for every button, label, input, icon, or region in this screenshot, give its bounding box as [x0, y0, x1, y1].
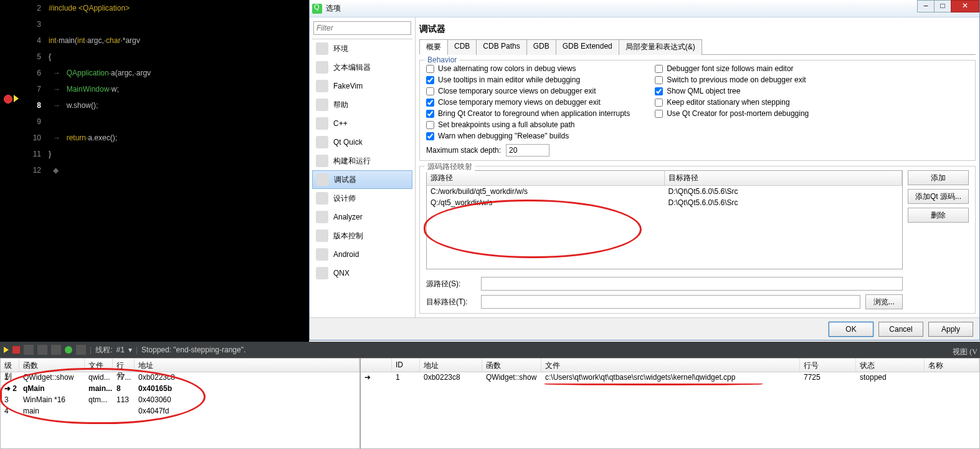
- category-icon: [316, 42, 328, 55]
- step-over-icon[interactable]: [24, 345, 34, 355]
- checkbox-option[interactable]: Switch to previous mode on debugger exit: [655, 75, 809, 84]
- checkbox-option[interactable]: Show QML object tree: [655, 87, 809, 95]
- category-item[interactable]: 环境: [312, 39, 412, 58]
- add-qt-source-button[interactable]: 添加Qt 源码...: [908, 189, 969, 204]
- checkbox-option[interactable]: Warn when debugging "Release" builds: [426, 132, 630, 140]
- category-item[interactable]: 帮助: [312, 95, 412, 114]
- source-path-input[interactable]: [481, 277, 903, 291]
- filter-input[interactable]: [313, 21, 411, 35]
- maximize-button[interactable]: □: [934, 0, 951, 12]
- checkbox-option[interactable]: Use tooltips in main editor while debugg…: [426, 75, 630, 84]
- mapping-row[interactable]: Q:/qt5_workdir/w/sD:\Qt\Qt5.6.0\5.6\Src: [427, 197, 902, 208]
- category-icon: [316, 136, 328, 148]
- category-item[interactable]: C++: [312, 114, 412, 133]
- checkbox-option[interactable]: Keep editor stationary when stepping: [655, 98, 809, 107]
- tab[interactable]: GDB: [526, 39, 556, 55]
- code-editor: 23456789101112 #include <QApplication> i…: [0, 0, 309, 342]
- qt-icon: [312, 4, 322, 14]
- continue-icon[interactable]: [4, 347, 9, 353]
- breakpoint-icon[interactable]: [4, 95, 12, 104]
- line-gutter: 23456789101112: [0, 0, 49, 342]
- stack-frames-pane[interactable]: 级别函数文件行号地址 1QWidget::showqwid...77...0xb…: [0, 358, 360, 449]
- category-item[interactable]: Analyzer: [312, 208, 412, 226]
- cancel-button[interactable]: Cancel: [878, 322, 923, 337]
- category-item[interactable]: 文本编辑器: [312, 58, 412, 77]
- options-dialog: 选项 – □ ✕ 环境文本编辑器FakeVim帮助C++Qt Quick构建和运…: [309, 0, 980, 340]
- category-item[interactable]: 设计师: [312, 189, 412, 208]
- dialog-titlebar[interactable]: 选项 – □ ✕: [310, 0, 979, 17]
- step-out-icon[interactable]: [51, 345, 61, 355]
- stop-icon[interactable]: [12, 346, 20, 354]
- mapping-table[interactable]: 源路径目标路径 C:/work/build/qt5_workdir/w/sD:\…: [426, 170, 903, 269]
- pane-title: 调试器: [419, 21, 976, 39]
- close-button[interactable]: ✕: [951, 0, 979, 12]
- checkbox-option[interactable]: Set breakpoints using a full absolute pa…: [426, 120, 630, 129]
- tab[interactable]: GDB Extended: [556, 39, 619, 55]
- thread-value[interactable]: #1: [116, 345, 124, 354]
- stack-row[interactable]: ➜ 2qMainmain...80x40165b: [1, 384, 359, 395]
- checkbox-option[interactable]: Close temporary source views on debugger…: [426, 87, 630, 95]
- category-item[interactable]: QNX: [312, 264, 412, 282]
- category-item[interactable]: Android: [312, 245, 412, 264]
- behavior-group: Behavior Use alternating row colors in d…: [419, 60, 976, 161]
- category-item[interactable]: 构建和运行: [312, 152, 412, 170]
- tab[interactable]: CDB Paths: [476, 39, 526, 55]
- category-item[interactable]: 调试器: [312, 170, 412, 189]
- category-icon: [316, 155, 328, 167]
- delete-button[interactable]: 删除: [908, 208, 969, 223]
- category-icon: [316, 229, 328, 242]
- stack-row[interactable]: 3WinMain *16qtm...1130x403060: [1, 395, 359, 406]
- category-icon: [316, 80, 328, 92]
- dialog-title: 选项: [326, 3, 341, 14]
- debug-toolbar: | 线程: #1 ▾ | Stopped: "end-stepping-rang…: [0, 342, 980, 358]
- category-item[interactable]: FakeVim: [312, 77, 412, 95]
- current-line-arrow-icon: [14, 95, 19, 102]
- checkbox-option[interactable]: Use alternating row colors in debug view…: [426, 64, 630, 73]
- browse-button[interactable]: 浏览...: [865, 294, 903, 309]
- step-into-icon[interactable]: [37, 345, 47, 355]
- target-path-input[interactable]: [481, 295, 860, 309]
- category-icon: [316, 248, 328, 261]
- view-menu[interactable]: 视图 (V: [953, 347, 978, 357]
- tab[interactable]: 概要: [419, 39, 448, 55]
- tab[interactable]: CDB: [447, 39, 477, 55]
- checkbox-option[interactable]: Use Qt Creator for post-mortem debugging: [655, 109, 809, 118]
- category-sidebar: 环境文本编辑器FakeVim帮助C++Qt Quick构建和运行调试器设计师An…: [310, 17, 416, 317]
- debug-status: Stopped: "end-stepping-range".: [141, 345, 245, 354]
- checkbox-option[interactable]: Debugger font size follows main editor: [655, 64, 809, 73]
- ok-button[interactable]: OK: [829, 322, 873, 337]
- thread-label: 线程:: [95, 345, 112, 355]
- add-button[interactable]: 添加: [908, 170, 969, 185]
- stack-row[interactable]: 4main0x4047fd: [1, 406, 359, 417]
- tabs: 概要CDBCDB PathsGDBGDB Extended局部变量和表达式(&): [419, 39, 976, 55]
- tab[interactable]: 局部变量和表达式(&): [619, 39, 702, 55]
- minimize-button[interactable]: –: [917, 0, 935, 12]
- toolbar-icon[interactable]: [76, 345, 86, 355]
- stack-depth-label: Maximum stack depth:: [426, 146, 501, 155]
- category-icon: [316, 99, 328, 111]
- category-icon: [316, 192, 328, 205]
- thread-row[interactable]: ➜10xb0223c8QWidget::showc:\Users\qt\work…: [361, 372, 979, 384]
- source-mapping-group: 源码路径映射 源路径目标路径 C:/work/build/qt5_workdir…: [419, 166, 976, 314]
- threads-pane[interactable]: ID地址函数文件行号状态名称 ➜10xb0223c8QWidget::showc…: [360, 358, 980, 449]
- dialog-buttons: OK Cancel Apply: [310, 317, 979, 340]
- category-icon: [316, 117, 328, 130]
- category-item[interactable]: Qt Quick: [312, 133, 412, 152]
- category-icon: [316, 173, 329, 186]
- category-icon: [316, 267, 328, 279]
- mapping-row[interactable]: C:/work/build/qt5_workdir/w/sD:\Qt\Qt5.6…: [427, 186, 902, 197]
- checkbox-option[interactable]: Bring Qt Creator to foreground when appl…: [426, 109, 630, 118]
- code-body[interactable]: #include <QApplication> int·main(int·arg…: [49, 0, 309, 178]
- apply-button[interactable]: Apply: [928, 322, 973, 337]
- stack-row[interactable]: 1QWidget::showqwid...77...0xb0223c8: [1, 372, 359, 384]
- stack-depth-input[interactable]: [506, 144, 549, 157]
- restart-icon[interactable]: [65, 346, 72, 354]
- checkbox-option[interactable]: Close temporary memory views on debugger…: [426, 98, 630, 107]
- category-item[interactable]: 版本控制: [312, 226, 412, 245]
- settings-pane: 调试器 概要CDBCDB PathsGDBGDB Extended局部变量和表达…: [416, 17, 979, 317]
- category-icon: [316, 61, 328, 74]
- category-icon: [316, 211, 328, 223]
